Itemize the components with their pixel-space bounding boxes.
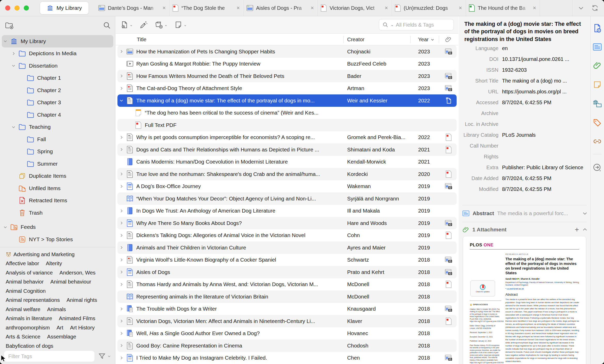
item-row[interactable]: Dickens's Talking Dogs: Allegories of An… (116, 229, 458, 242)
tab-overflow-chevron-icon[interactable] (578, 5, 584, 11)
chevron-right-icon[interactable] (119, 356, 126, 360)
close-tab-icon[interactable]: × (309, 5, 315, 11)
chevron-right-icon[interactable] (119, 221, 126, 225)
tag[interactable]: Art History (70, 325, 95, 331)
tag[interactable]: Anderson, Wes (59, 270, 96, 276)
chevron-right-icon[interactable] (119, 282, 126, 287)
sidebar-item-chapter-3[interactable]: Chapter 3 (0, 96, 115, 109)
close-tab-icon[interactable]: × (235, 5, 241, 11)
tab-my-library[interactable]: My Library (40, 2, 89, 14)
tag[interactable]: Art (57, 325, 63, 331)
chevron-down-icon[interactable] (11, 63, 18, 68)
chevron-right-icon[interactable] (119, 331, 126, 336)
field-row-extra[interactable]: Extra Publisher: Public Library of Scien… (459, 162, 590, 173)
chevron-right-icon[interactable] (119, 233, 126, 238)
tag[interactable]: Affective labor (6, 260, 39, 266)
tag[interactable]: Analysis of variance (6, 270, 53, 276)
tag[interactable]: Animal Cognition (6, 288, 46, 294)
close-window-button[interactable] (5, 5, 10, 11)
chevron-right-icon[interactable] (119, 209, 126, 213)
sidebar-item-summer[interactable]: Summer (0, 158, 115, 170)
tag[interactable]: Babyfication of dogs (6, 343, 53, 349)
column-attachment[interactable] (445, 34, 452, 45)
collection-search-icon[interactable] (103, 21, 111, 29)
attachments-section-header[interactable]: 1 Attachment + (462, 224, 588, 235)
add-by-identifier-button[interactable] (140, 21, 148, 29)
item-row[interactable]: Why is pet goods consumption imperceptib… (116, 131, 458, 144)
tag[interactable]: Animal representations (6, 297, 60, 303)
tag[interactable]: Animated Films (59, 315, 95, 321)
item-row[interactable]: Aisles of Dogs Prato and Kehrt 2018 (116, 266, 458, 278)
item-row[interactable]: Full Text PDF (116, 119, 458, 131)
sidebar-item-feeds[interactable]: Feeds (0, 221, 115, 233)
item-row[interactable]: The Trouble with Dogs for a Writer Knaus… (116, 303, 458, 315)
tab-document[interactable]: Aisles of Dogs - Pra × (244, 0, 318, 16)
sidebar-item-trash[interactable]: Trash (0, 207, 115, 219)
item-row[interactable]: I Tried to Make My Dog an Instagram Cele… (116, 352, 458, 364)
column-creator[interactable]: Creator (347, 34, 364, 45)
expand-abstract-chevron-icon[interactable] (582, 211, 588, 216)
item-row[interactable]: Canis Modernis: Human/Dog Coevolution in… (116, 156, 458, 168)
chevron-right-icon[interactable] (119, 270, 126, 274)
field-row-date-added[interactable]: Date Added 8/7/2024, 6:42:55 PM (459, 173, 590, 184)
sidebar-item-nyt-top-stories[interactable]: NYT > Top Stories (0, 233, 115, 246)
item-row[interactable]: True love and the nonhuman: Shakespeare'… (116, 168, 458, 180)
tab-document[interactable]: The Hound of the Ba × (466, 0, 540, 16)
item-row[interactable]: In Dogs We Trust: An Anthology of Americ… (116, 205, 458, 217)
chevron-right-icon[interactable] (119, 86, 126, 91)
column-year[interactable]: Year (418, 34, 434, 45)
tag[interactable]: Animal rights (67, 297, 97, 303)
tag[interactable]: Arts & Science (6, 334, 40, 340)
chevron-down-icon[interactable] (119, 98, 126, 103)
field-row-accessed[interactable]: Accessed 8/7/2024, 6:42:55 PM (459, 97, 590, 108)
new-item-button[interactable]: ⌄ (120, 21, 133, 29)
chevron-right-icon[interactable] (119, 245, 126, 250)
item-row[interactable]: Virginia Woolf’s Little-Known Biography … (116, 254, 458, 266)
tab-document[interactable]: Dante’s Dogs - Man × (96, 0, 170, 16)
notes-tab-icon[interactable] (593, 80, 601, 89)
field-row-doi[interactable]: DOI 10.1371/journal.pone.0261 ... (459, 54, 590, 64)
sidebar-item-fall[interactable]: Fall (0, 133, 115, 145)
tag[interactable]: Assemblage (47, 334, 76, 340)
sidebar-item-dissertation[interactable]: Dissertation (0, 60, 115, 72)
item-row[interactable]: “The dog hero has been critical to the s… (116, 107, 458, 119)
chevron-right-icon[interactable] (119, 147, 126, 152)
close-tab-icon[interactable]: × (161, 5, 167, 11)
item-row[interactable]: The making of a (dog) movie star: The ef… (116, 94, 458, 107)
related-tab-icon[interactable] (593, 137, 602, 145)
close-tab-icon[interactable]: × (532, 5, 537, 11)
field-row-rights[interactable]: Rights (459, 151, 590, 162)
libraries-collections-tab-icon[interactable] (593, 99, 602, 108)
field-row-library-catalog[interactable]: Library Catalog PLoS Journals (459, 130, 590, 140)
field-row-short-title[interactable]: Short Title The making of a (dog) mo ... (459, 75, 590, 86)
item-row[interactable]: Thomas Hardy and Animals by Anna West, a… (116, 278, 458, 291)
tab-document[interactable]: Victorian Dogs, Vict × (318, 0, 392, 16)
tags-tab-icon[interactable] (593, 118, 602, 127)
item-row[interactable]: Ryan Gosling & Margot Robbie: The Puppy … (116, 58, 458, 70)
tag[interactable]: Animals in literature (6, 315, 52, 321)
info-tab-icon[interactable] (593, 23, 602, 33)
sidebar-item-my-library[interactable]: My Library (2, 35, 113, 47)
chevron-down-icon[interactable] (3, 39, 10, 43)
field-row-url[interactable]: URL https://journals.plos.org/pl ... (459, 86, 590, 97)
attachments-tab-icon[interactable] (593, 61, 602, 70)
field-row-archive[interactable]: Archive (459, 108, 590, 119)
field-row-modified[interactable]: Modified 8/7/2024, 6:42:55 PM (459, 184, 590, 195)
tag[interactable]: Animal behavior (6, 279, 44, 285)
item-row[interactable]: A Dog’s Box-Office Journey Wakeman 2019 (116, 180, 458, 193)
item-row[interactable]: Animals and Their Children in Victorian … (116, 241, 458, 254)
chevron-right-icon[interactable] (119, 258, 126, 262)
chevron-down-icon[interactable] (11, 125, 18, 129)
attachment-preview-card[interactable]: PLOS ONE Check for updates 🔓 OPEN ACCESS… (463, 236, 586, 364)
chevron-right-icon[interactable] (119, 184, 126, 189)
locate-tab-icon[interactable] (593, 163, 602, 172)
add-attachment-button[interactable]: ⌄ (155, 21, 168, 29)
item-row[interactable]: “When Your Dog Matches Your Decor”: Obje… (116, 192, 458, 205)
tag[interactable]: Animal behaviour (50, 279, 91, 285)
maximize-window-button[interactable] (24, 5, 29, 11)
tag[interactable]: Animals (47, 306, 66, 312)
tag[interactable]: Animal welfare (6, 306, 40, 312)
tag-filter-options-icon[interactable] (98, 352, 111, 360)
tag[interactable]: Advertising and Marketing (6, 251, 75, 257)
close-tab-icon[interactable]: × (458, 5, 463, 11)
